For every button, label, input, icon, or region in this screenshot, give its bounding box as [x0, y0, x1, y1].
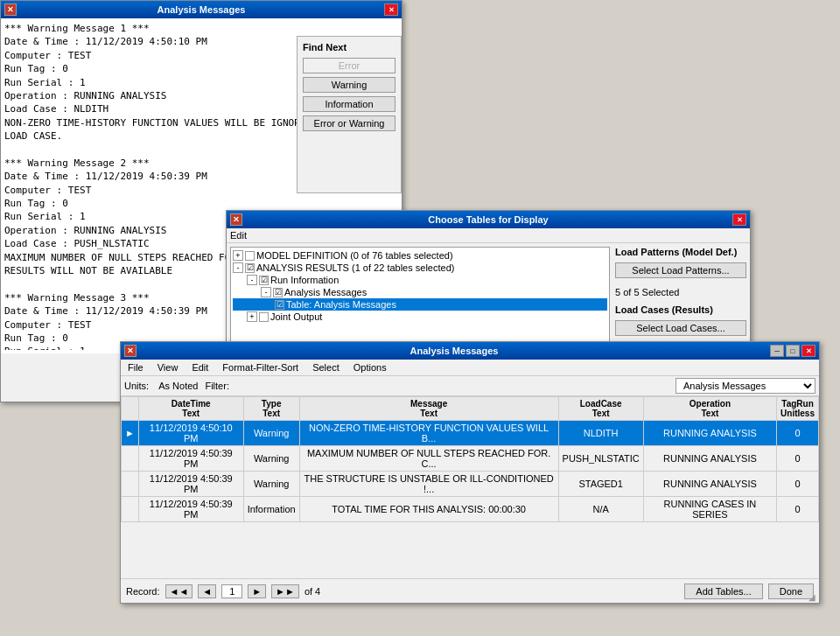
last-record-button[interactable]: ►►	[271, 584, 299, 598]
row-tagrun: 0	[777, 472, 819, 497]
table-row[interactable]: 11/12/2019 4:50:39 PM Warning MAXIMUM NU…	[122, 446, 819, 472]
row-indicator	[122, 446, 139, 472]
add-tables-button[interactable]: Add Tables...	[684, 584, 762, 599]
tree-item-analysis-messages-parent[interactable]: - ☑ Analysis Messages	[233, 286, 607, 298]
units-label: Units:	[124, 381, 151, 391]
find-warning-button[interactable]: Warning	[303, 77, 396, 93]
tree-item-model-definition[interactable]: + MODEL DEFINITION (0 of 76 tables selec…	[233, 249, 607, 262]
row-tagrun: 0	[777, 497, 819, 522]
row-type: Warning	[243, 421, 299, 446]
menu-bar: File View Edit Format-Filter-Sort Select…	[121, 360, 819, 376]
prev-record-button[interactable]: ◄	[198, 584, 216, 598]
tree-label-run-information: Run Information	[270, 275, 339, 285]
checkbox-joint-output[interactable]	[259, 312, 269, 322]
expand-joint-output[interactable]: +	[247, 311, 257, 322]
front-close-button[interactable]: ✕	[802, 345, 816, 357]
indicator-header	[122, 397, 139, 421]
choose-tables-edit-bar: Edit	[227, 228, 750, 243]
row-operation: RUNNING ANALYSIS	[643, 446, 776, 472]
analysis-messages-front-title: Analysis Messages	[138, 346, 770, 356]
units-value: As Noted	[158, 381, 198, 391]
find-error-button[interactable]: Error	[303, 58, 396, 73]
analysis-dropdown[interactable]: Analysis Messages	[676, 378, 816, 394]
menu-view[interactable]: View	[154, 361, 182, 374]
expand-run-information[interactable]: -	[247, 275, 257, 285]
row-message: TOTAL TIME FOR THIS ANALYSIS: 00:00:30	[299, 497, 558, 522]
select-load-cases-button[interactable]: Select Load Cases...	[615, 320, 746, 336]
choose-tables-close-button[interactable]: ✕	[732, 213, 746, 226]
resize-handle[interactable]: ◢	[808, 592, 817, 601]
row-loadcase: N/A	[558, 497, 643, 522]
menu-options[interactable]: Options	[350, 361, 390, 374]
tree-item-analysis-results[interactable]: - ☑ ANALYSIS RESULTS (1 of 22 tables sel…	[233, 262, 607, 274]
menu-edit[interactable]: Edit	[188, 361, 212, 374]
loadcase-header[interactable]: LoadCaseText	[558, 397, 643, 421]
find-next-title: Find Next	[303, 42, 396, 52]
expand-analysis-results[interactable]: -	[233, 262, 243, 273]
tree-item-run-information[interactable]: - ☑ Run Information	[233, 274, 607, 286]
row-indicator	[122, 472, 139, 497]
tree-label-analysis-messages-parent: Analysis Messages	[284, 287, 367, 297]
menu-select[interactable]: Select	[309, 361, 343, 374]
table-row[interactable]: 11/12/2019 4:50:39 PM Information TOTAL …	[122, 497, 819, 522]
checkbox-analysis-messages-parent[interactable]: ☑	[273, 288, 283, 297]
type-header[interactable]: TypeText	[243, 397, 299, 421]
table-row[interactable]: 11/12/2019 4:50:39 PM Warning THE STRUCT…	[122, 472, 819, 497]
find-information-button[interactable]: Information	[303, 96, 396, 112]
row-message: NON-ZERO TIME-HISTORY FUNCTION VALUES WI…	[299, 421, 558, 446]
row-loadcase: STAGED1	[558, 472, 643, 497]
selected-count: 5 of 5 Selected	[615, 287, 746, 297]
dropdown-container: Analysis Messages	[676, 378, 816, 394]
tree-label-model-definition: MODEL DEFINITION (0 of 76 tables selecte…	[256, 250, 453, 261]
maximize-button[interactable]: □	[786, 345, 800, 357]
tree-label-table-analysis-messages: Table: Analysis Messages	[286, 299, 396, 310]
first-record-button[interactable]: ◄◄	[165, 584, 193, 598]
checkbox-model-definition[interactable]	[245, 251, 255, 261]
analysis-messages-front-titlebar[interactable]: ✕ Analysis Messages ─ □ ✕	[121, 342, 819, 360]
choose-tables-controls: ✕	[732, 213, 746, 226]
tree-item-table-analysis-messages[interactable]: ☑ Table: Analysis Messages	[233, 298, 607, 311]
checkbox-run-information[interactable]: ☑	[259, 276, 269, 285]
tree-label-joint-output: Joint Output	[270, 311, 322, 322]
table-row[interactable]: ► 11/12/2019 4:50:10 PM Warning NON-ZERO…	[122, 421, 819, 446]
message-line: *** Warning Message 1 ***	[4, 22, 398, 35]
choose-tables-title: Choose Tables for Display	[244, 214, 732, 225]
tagrun-header[interactable]: TagRunUnitless	[777, 397, 819, 421]
operation-header[interactable]: OperationText	[643, 397, 776, 421]
expand-analysis-messages-parent[interactable]: -	[261, 287, 271, 297]
choose-tables-window: ✕ Choose Tables for Display ✕ Edit + MOD…	[226, 210, 751, 363]
row-datetime: 11/12/2019 4:50:39 PM	[138, 446, 243, 472]
page-number-input[interactable]	[221, 584, 242, 598]
select-load-patterns-button[interactable]: Select Load Patterns...	[615, 262, 746, 278]
next-record-button[interactable]: ►	[248, 584, 266, 598]
edit-menu-item[interactable]: Edit	[230, 230, 247, 241]
menu-format-filter-sort[interactable]: Format-Filter-Sort	[219, 361, 302, 374]
row-message: MAXIMUM NUMBER OF NULL STEPS REACHED FOR…	[299, 446, 558, 472]
find-next-panel: Find Next Error Warning Information Erro…	[297, 36, 402, 193]
record-label: Record:	[126, 586, 160, 597]
app-icon: ✕	[4, 3, 17, 16]
checkbox-table-analysis-messages[interactable]: ☑	[275, 300, 284, 310]
row-type: Warning	[243, 472, 299, 497]
menu-file[interactable]: File	[124, 361, 147, 374]
minimize-button[interactable]: ─	[770, 345, 784, 357]
expand-model-definition[interactable]: +	[233, 250, 243, 261]
row-datetime: 11/12/2019 4:50:39 PM	[138, 497, 243, 522]
row-operation: RUNNING ANALYSIS	[643, 421, 776, 446]
bg-close-button[interactable]: ✕	[384, 3, 398, 16]
row-indicator: ►	[122, 421, 139, 446]
data-table: DateTimeText TypeText MessageText LoadCa…	[121, 396, 819, 522]
row-loadcase: NLDITH	[558, 421, 643, 446]
find-error-or-warning-button[interactable]: Error or Warning	[303, 115, 396, 131]
datetime-header[interactable]: DateTimeText	[138, 397, 243, 421]
done-button[interactable]: Done	[768, 584, 814, 599]
tree-item-joint-output[interactable]: + Joint Output	[233, 311, 607, 323]
table-header-row: DateTimeText TypeText MessageText LoadCa…	[122, 397, 819, 421]
analysis-messages-bg-titlebar[interactable]: ✕ Analysis Messages ✕	[1, 1, 402, 18]
analysis-messages-bg-title: Analysis Messages	[18, 4, 384, 15]
checkbox-analysis-results[interactable]: ☑	[245, 263, 255, 273]
status-bar-right: Add Tables... Done	[684, 584, 814, 599]
choose-tables-titlebar[interactable]: ✕ Choose Tables for Display ✕	[227, 211, 750, 228]
row-message: THE STRUCTURE IS UNSTABLE OR ILL-CONDITI…	[299, 472, 558, 497]
message-header[interactable]: MessageText	[299, 397, 558, 421]
